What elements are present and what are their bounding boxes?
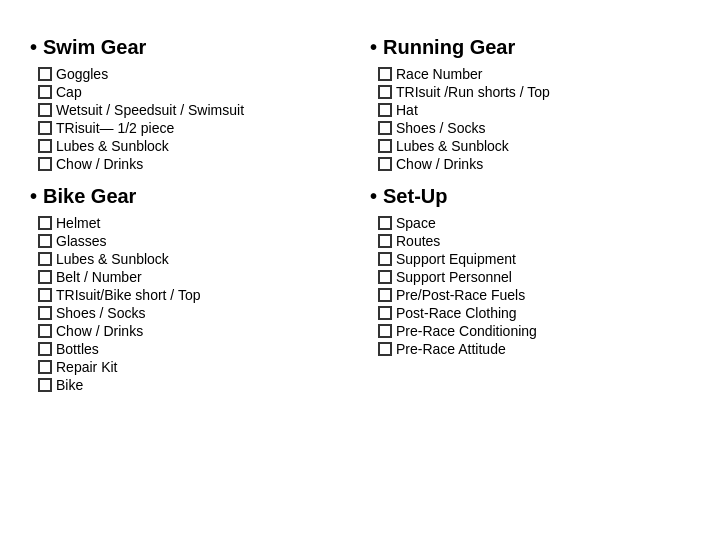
item-label: TRisuit— 1/2 piece: [56, 120, 174, 136]
checkbox-icon[interactable]: [378, 324, 392, 338]
list-item[interactable]: Space: [370, 214, 690, 232]
item-label: Bike: [56, 377, 83, 393]
item-label: TRIsuit /Run shorts / Top: [396, 84, 550, 100]
list-item[interactable]: Bike: [30, 376, 350, 394]
section-header: Bike Gear: [43, 185, 136, 208]
checkbox-icon[interactable]: [38, 252, 52, 266]
list-item[interactable]: Shoes / Socks: [370, 119, 690, 137]
list-item[interactable]: Chow / Drinks: [30, 155, 350, 173]
item-label: Wetsuit / Speedsuit / Swimsuit: [56, 102, 244, 118]
list-item[interactable]: Pre-Race Attitude: [370, 340, 690, 358]
item-label: Shoes / Socks: [56, 305, 146, 321]
section-header: Set-Up: [383, 185, 447, 208]
item-label: Lubes & Sunblock: [56, 138, 169, 154]
checkbox-icon[interactable]: [378, 85, 392, 99]
checkbox-icon[interactable]: [378, 103, 392, 117]
right-column: •Running GearRace NumberTRIsuit /Run sho…: [370, 36, 690, 394]
checkbox-icon[interactable]: [38, 360, 52, 374]
list-item[interactable]: Lubes & Sunblock: [30, 137, 350, 155]
checkbox-icon[interactable]: [38, 306, 52, 320]
list-item[interactable]: Support Personnel: [370, 268, 690, 286]
item-label: Lubes & Sunblock: [56, 251, 169, 267]
list-item[interactable]: Repair Kit: [30, 358, 350, 376]
item-label: Helmet: [56, 215, 100, 231]
list-item[interactable]: TRIsuit /Run shorts / Top: [370, 83, 690, 101]
item-label: Chow / Drinks: [396, 156, 483, 172]
item-label: Goggles: [56, 66, 108, 82]
checkbox-icon[interactable]: [38, 288, 52, 302]
list-item[interactable]: Belt / Number: [30, 268, 350, 286]
checkbox-icon[interactable]: [38, 324, 52, 338]
item-label: TRIsuit/Bike short / Top: [56, 287, 200, 303]
checkbox-icon[interactable]: [38, 103, 52, 117]
checkbox-icon[interactable]: [38, 234, 52, 248]
list-item[interactable]: Post-Race Clothing: [370, 304, 690, 322]
item-label: Chow / Drinks: [56, 156, 143, 172]
list-item[interactable]: Chow / Drinks: [30, 322, 350, 340]
page: •Swim GearGogglesCapWetsuit / Speedsuit …: [0, 0, 720, 414]
checkbox-icon[interactable]: [38, 157, 52, 171]
list-item[interactable]: Glasses: [30, 232, 350, 250]
list-item[interactable]: Routes: [370, 232, 690, 250]
list-item[interactable]: Lubes & Sunblock: [370, 137, 690, 155]
section-1: •Set-UpSpaceRoutesSupport EquipmentSuppo…: [370, 185, 690, 358]
item-label: Shoes / Socks: [396, 120, 486, 136]
bullet-icon: •: [370, 185, 377, 208]
checkbox-icon[interactable]: [378, 234, 392, 248]
item-label: Race Number: [396, 66, 482, 82]
list-item[interactable]: Wetsuit / Speedsuit / Swimsuit: [30, 101, 350, 119]
checkbox-icon[interactable]: [38, 85, 52, 99]
checkbox-icon[interactable]: [378, 252, 392, 266]
item-label: Belt / Number: [56, 269, 142, 285]
list-item[interactable]: Bottles: [30, 340, 350, 358]
list-item[interactable]: Race Number: [370, 65, 690, 83]
item-label: Post-Race Clothing: [396, 305, 517, 321]
checkbox-icon[interactable]: [378, 288, 392, 302]
checkbox-icon[interactable]: [38, 342, 52, 356]
checkbox-icon[interactable]: [378, 216, 392, 230]
list-item[interactable]: Goggles: [30, 65, 350, 83]
item-label: Chow / Drinks: [56, 323, 143, 339]
item-label: Space: [396, 215, 436, 231]
checkbox-icon[interactable]: [378, 342, 392, 356]
list-item[interactable]: Pre/Post-Race Fuels: [370, 286, 690, 304]
item-label: Hat: [396, 102, 418, 118]
item-label: Pre-Race Conditioning: [396, 323, 537, 339]
item-label: Repair Kit: [56, 359, 117, 375]
list-item[interactable]: Chow / Drinks: [370, 155, 690, 173]
item-label: Support Personnel: [396, 269, 512, 285]
list-item[interactable]: Cap: [30, 83, 350, 101]
list-item[interactable]: TRisuit— 1/2 piece: [30, 119, 350, 137]
item-label: Routes: [396, 233, 440, 249]
list-item[interactable]: Pre-Race Conditioning: [370, 322, 690, 340]
section-0: •Swim GearGogglesCapWetsuit / Speedsuit …: [30, 36, 350, 173]
checkbox-icon[interactable]: [378, 139, 392, 153]
checkbox-icon[interactable]: [38, 378, 52, 392]
left-column: •Swim GearGogglesCapWetsuit / Speedsuit …: [30, 36, 350, 394]
item-label: Lubes & Sunblock: [396, 138, 509, 154]
checkbox-icon[interactable]: [378, 67, 392, 81]
checkbox-icon[interactable]: [38, 216, 52, 230]
list-item[interactable]: TRIsuit/Bike short / Top: [30, 286, 350, 304]
checkbox-icon[interactable]: [378, 157, 392, 171]
section-1: •Bike GearHelmetGlassesLubes & SunblockB…: [30, 185, 350, 394]
bullet-icon: •: [30, 36, 37, 59]
list-item[interactable]: Support Equipment: [370, 250, 690, 268]
checkbox-icon[interactable]: [378, 121, 392, 135]
list-item[interactable]: Hat: [370, 101, 690, 119]
item-label: Pre/Post-Race Fuels: [396, 287, 525, 303]
item-label: Bottles: [56, 341, 99, 357]
checkbox-icon[interactable]: [38, 121, 52, 135]
list-item[interactable]: Lubes & Sunblock: [30, 250, 350, 268]
checkbox-icon[interactable]: [378, 270, 392, 284]
checkbox-icon[interactable]: [38, 67, 52, 81]
item-label: Glasses: [56, 233, 107, 249]
checkbox-icon[interactable]: [378, 306, 392, 320]
list-item[interactable]: Shoes / Socks: [30, 304, 350, 322]
list-item[interactable]: Helmet: [30, 214, 350, 232]
bullet-icon: •: [370, 36, 377, 59]
checkbox-icon[interactable]: [38, 139, 52, 153]
item-label: Support Equipment: [396, 251, 516, 267]
item-label: Pre-Race Attitude: [396, 341, 506, 357]
checkbox-icon[interactable]: [38, 270, 52, 284]
